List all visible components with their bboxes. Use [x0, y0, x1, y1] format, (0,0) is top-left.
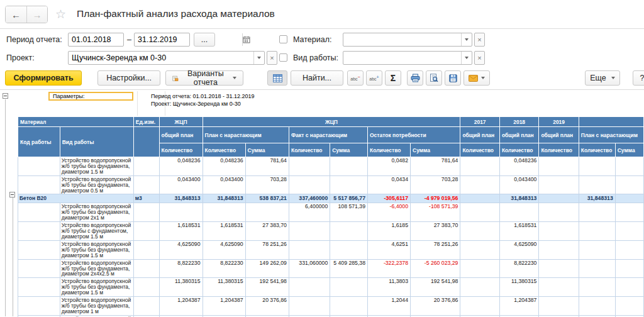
- work-code-cell[interactable]: [18, 175, 60, 194]
- material-input[interactable]: [343, 33, 461, 46]
- col-plan-cumulative[interactable]: План с нарастающим: [203, 127, 289, 143]
- col-plan-total-2019[interactable]: общий план: [539, 127, 579, 143]
- value-cell[interactable]: 5 517 856,77: [330, 194, 368, 203]
- params-period-line[interactable]: Период отчета: 01.01.2018 - 31.12.2019: [151, 92, 255, 100]
- value-cell[interactable]: [539, 175, 579, 194]
- value-cell[interactable]: 20 376,86: [245, 297, 289, 316]
- project-clear-button[interactable]: ×: [267, 51, 277, 65]
- value-cell[interactable]: 6,400000: [289, 203, 330, 222]
- value-cell[interactable]: [615, 203, 643, 222]
- value-cell[interactable]: [330, 157, 368, 176]
- value-cell[interactable]: -322,2378: [367, 259, 410, 278]
- value-cell[interactable]: 0,043400: [159, 175, 203, 194]
- col-year-2019[interactable]: 2019: [539, 117, 579, 127]
- col-plan-total[interactable]: общий план: [159, 127, 203, 143]
- material-clear-button[interactable]: ×: [474, 33, 485, 47]
- value-cell[interactable]: [539, 278, 579, 297]
- value-cell[interactable]: 1,618531: [159, 222, 203, 241]
- send-email-button[interactable]: [464, 70, 490, 86]
- value-cell[interactable]: [539, 222, 579, 241]
- value-cell[interactable]: 1,204387: [499, 297, 539, 316]
- value-cell[interactable]: [330, 297, 368, 316]
- work-type-cell[interactable]: Устройство водопропускной ж/б трубы без …: [60, 175, 133, 194]
- col-unit[interactable]: Ед.изм.: [133, 117, 159, 127]
- col-year-2018[interactable]: 2018: [499, 117, 539, 127]
- value-cell[interactable]: 27 383,70: [245, 222, 289, 241]
- work-type-cell[interactable]: Устройство водопропускной ж/б трубы без …: [60, 203, 133, 222]
- column-subheader[interactable]: Количество: [367, 143, 410, 157]
- favorite-star-icon[interactable]: ☆: [55, 7, 66, 21]
- value-cell[interactable]: -108 571,39: [411, 203, 460, 222]
- params-label-cell[interactable]: Параметры:: [53, 92, 84, 100]
- col-fact-cumulative[interactable]: Факт с нарастающим: [289, 127, 367, 143]
- value-cell[interactable]: 703,28: [245, 175, 289, 194]
- worktype-dropdown-button[interactable]: [461, 52, 472, 64]
- value-cell[interactable]: 8,822230: [203, 259, 245, 278]
- unit-cell[interactable]: [133, 259, 159, 278]
- work-code-cell[interactable]: [18, 203, 60, 222]
- value-cell[interactable]: [460, 194, 500, 203]
- column-subheader[interactable]: Количество: [579, 143, 615, 157]
- col-lifecycle-plan[interactable]: ЖЦП: [159, 117, 203, 127]
- work-code-cell[interactable]: [18, 259, 60, 278]
- value-cell[interactable]: 8,822230: [159, 259, 203, 278]
- value-cell[interactable]: 108 571,39: [330, 203, 368, 222]
- value-cell[interactable]: [615, 240, 643, 259]
- value-cell[interactable]: 1,204387: [203, 297, 245, 316]
- value-cell[interactable]: [289, 175, 330, 194]
- help-button[interactable]: ?: [633, 70, 644, 86]
- value-cell[interactable]: [579, 278, 615, 297]
- value-cell[interactable]: 1,204387: [159, 297, 203, 316]
- value-cell[interactable]: 78 251,26: [245, 240, 289, 259]
- value-cell[interactable]: [460, 297, 500, 316]
- value-cell[interactable]: [289, 297, 330, 316]
- value-cell[interactable]: [289, 222, 330, 241]
- sum-button[interactable]: Σ: [385, 70, 401, 86]
- print-preview-button[interactable]: [426, 70, 442, 86]
- value-cell[interactable]: 192 541,98: [411, 278, 460, 297]
- value-cell[interactable]: [579, 175, 615, 194]
- unit-cell[interactable]: [133, 222, 159, 241]
- column-subheader[interactable]: Количество: [539, 143, 579, 157]
- generate-button[interactable]: Сформировать: [5, 70, 82, 86]
- unit-cell[interactable]: [133, 240, 159, 259]
- value-cell[interactable]: 5 409 285,38: [330, 259, 368, 278]
- worktype-input[interactable]: [343, 52, 461, 64]
- period-to-input[interactable]: [135, 33, 242, 46]
- value-cell[interactable]: [289, 157, 330, 176]
- value-cell[interactable]: 31,848313: [499, 194, 539, 203]
- print-button[interactable]: [407, 70, 423, 86]
- more-button[interactable]: Еще: [585, 70, 620, 86]
- value-cell[interactable]: 1,618531: [499, 222, 539, 241]
- value-cell[interactable]: [330, 278, 368, 297]
- value-cell[interactable]: 781,64: [411, 157, 460, 176]
- work-type-cell[interactable]: Устройство водопропускной ж/б трубы без …: [60, 278, 133, 297]
- value-cell[interactable]: [499, 203, 539, 222]
- column-subheader[interactable]: Сумма: [411, 143, 460, 157]
- project-dropdown-button[interactable]: [253, 52, 264, 64]
- value-cell[interactable]: [460, 222, 500, 241]
- value-cell[interactable]: -5 260 023,29: [411, 259, 460, 278]
- value-cell[interactable]: [539, 194, 579, 203]
- back-button[interactable]: ←: [6, 6, 26, 23]
- work-code-cell[interactable]: [18, 278, 60, 297]
- work-type-cell[interactable]: Устройство водопропускной ж/б трубы без …: [60, 297, 133, 316]
- column-subheader[interactable]: Сумма: [615, 143, 643, 157]
- value-cell[interactable]: 20 376,86: [411, 297, 460, 316]
- value-cell[interactable]: -6,4000: [367, 203, 410, 222]
- value-cell[interactable]: 31,848313: [579, 194, 615, 203]
- value-cell[interactable]: 1,6185: [367, 222, 410, 241]
- value-cell[interactable]: 0,048236: [159, 157, 203, 176]
- value-cell[interactable]: 4,625090: [499, 240, 539, 259]
- work-code-cell[interactable]: [18, 240, 60, 259]
- column-subheader[interactable]: Сумма: [330, 143, 368, 157]
- value-cell[interactable]: 8,822230: [499, 259, 539, 278]
- worktype-clear-button[interactable]: ×: [474, 51, 485, 65]
- value-cell[interactable]: 78 251,26: [411, 240, 460, 259]
- col-empty[interactable]: [579, 117, 643, 127]
- value-cell[interactable]: [579, 222, 615, 241]
- column-subheader[interactable]: Количество: [460, 143, 500, 157]
- unit-cell[interactable]: [133, 203, 159, 222]
- col-plan-total-2018[interactable]: общий план: [499, 127, 539, 143]
- expand-groups-button[interactable]: abc+: [366, 70, 382, 86]
